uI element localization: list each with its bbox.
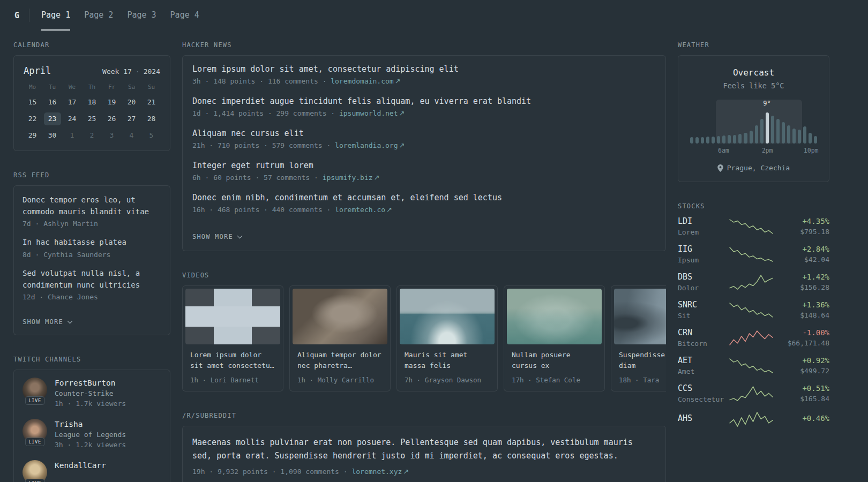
weather-bar xyxy=(814,136,817,144)
weather-location: Prague, Czechia xyxy=(727,164,790,172)
subreddit-post-title[interactable]: Maecenas mollis pulvinar erat non posuer… xyxy=(192,436,656,463)
hn-item-domain-link[interactable]: loremdomain.com xyxy=(331,77,393,85)
widget-title-rss: RSS FEED xyxy=(13,171,170,179)
stock-name: Dolor xyxy=(678,284,727,292)
channel-info: ForrestBurton Counter-Strike 1h · 1.7k v… xyxy=(55,378,126,408)
weather-peak-temp: 9° xyxy=(763,100,770,107)
stock-name: Ipsum xyxy=(678,256,727,264)
rss-item-meta: 8d · Cynthia Saunders xyxy=(23,251,161,259)
stock-price: $499.72 xyxy=(775,367,829,375)
tab-page-3[interactable]: Page 3 xyxy=(127,0,156,31)
stock-row[interactable]: DBSDolor +1.42%$156.28 xyxy=(678,272,829,292)
weather-widget: WEATHER Overcast Feels like 5°C 9° 6am2p… xyxy=(678,41,829,182)
hn-item-domain-link[interactable]: ipsumworld.net xyxy=(339,109,398,117)
hn-item-domain-link[interactable]: loremlandia.org xyxy=(335,141,398,149)
subreddit-domain-link[interactable]: loremnet.xyz xyxy=(351,468,402,476)
weather-bar xyxy=(755,125,758,144)
hacker-news-widget: HACKER NEWS Lorem ipsum dolor sit amet, … xyxy=(182,41,666,251)
video-card[interactable]: Nullam posuere cursus ex 17h · Stefan Co… xyxy=(504,285,605,391)
calendar-month: April xyxy=(24,65,51,76)
video-card[interactable]: Suspendisse commodo diam 18h · Tara xyxy=(611,285,666,391)
video-title: Suspendisse commodo diam xyxy=(611,347,666,371)
stock-change: -1.00% xyxy=(775,328,829,337)
calendar-year: 2024 xyxy=(144,67,160,76)
stock-row[interactable]: AHS +0.46% xyxy=(678,411,829,427)
stock-row[interactable]: LDILorem +4.35%$795.18 xyxy=(678,216,829,236)
hn-item-title[interactable]: Donec imperdiet augue tincidunt felis al… xyxy=(192,96,656,106)
live-badge: LIVE xyxy=(25,396,44,405)
hn-item-stats: 1d · 1,414 points · 299 comments · xyxy=(192,109,339,117)
video-thumbnail xyxy=(507,289,602,344)
tab-page-1[interactable]: Page 1 xyxy=(41,0,70,31)
tab-page-4[interactable]: Page 4 xyxy=(170,0,199,31)
calendar-day-header: Th xyxy=(82,84,102,91)
middle-column: HACKER NEWS Lorem ipsum dolor sit amet, … xyxy=(182,41,666,482)
rss-item-title[interactable]: Sed volutpat nulla nisl, a condimentum n… xyxy=(23,268,161,291)
stock-row[interactable]: SNRCSit +1.36%$148.64 xyxy=(678,300,829,320)
video-meta: 1h · Lori Barnett xyxy=(183,371,283,391)
videos-carousel: Lorem ipsum dolor sit amet consectetu… 1… xyxy=(182,285,666,391)
external-link-icon: ↗ xyxy=(374,174,380,182)
twitch-channel[interactable]: LIVE KendallCarr xyxy=(23,460,161,482)
calendar-day: 19 xyxy=(103,96,121,109)
twitch-channel[interactable]: LIVE ForrestBurton Counter-Strike 1h · 1… xyxy=(23,378,161,408)
video-thumbnail xyxy=(185,289,280,344)
widget-title-weather: WEATHER xyxy=(678,41,829,49)
video-card[interactable]: Mauris sit amet massa felis 7h · Grayson… xyxy=(396,285,498,391)
calendar-day: 28 xyxy=(143,112,160,125)
calendar-day: 15 xyxy=(24,96,41,109)
dashboard: CALENDAR April Week 17 · 2024 MoTuWeThFr… xyxy=(0,31,868,482)
weather-condition: Overcast xyxy=(688,67,819,78)
hn-item-domain: loremdomain.com xyxy=(331,77,393,85)
calendar-day: 5 xyxy=(143,129,160,142)
subreddit-post-meta: 19h · 9,932 points · 1,090 comments · lo… xyxy=(192,468,656,476)
stock-sparkline xyxy=(727,330,775,346)
rss-item-title[interactable]: In hac habitasse platea xyxy=(23,237,161,248)
stock-symbol: AET xyxy=(678,356,727,365)
app-logo[interactable]: G xyxy=(13,0,20,31)
hn-item-meta: 16h · 468 points · 440 comments · loremt… xyxy=(192,206,656,214)
stock-change: +1.36% xyxy=(775,300,829,309)
twitch-widget: TWITCH CHANNELS LIVE ForrestBurton Count… xyxy=(13,356,170,482)
twitch-card: LIVE ForrestBurton Counter-Strike 1h · 1… xyxy=(13,370,170,482)
hn-item-title[interactable]: Aliquam nec cursus elit xyxy=(192,129,656,138)
stock-row[interactable]: AETAmet +0.92%$499.72 xyxy=(678,356,829,375)
hn-item-title[interactable]: Integer eget rutrum lorem xyxy=(192,161,656,170)
stock-change: +4.35% xyxy=(775,217,829,225)
avatar: LIVE xyxy=(23,419,47,443)
rss-item: Donec tempor eros leo, ut commodo mauris… xyxy=(23,194,161,228)
hn-item-domain-link[interactable]: loremtech.co xyxy=(335,206,385,214)
video-card[interactable]: Lorem ipsum dolor sit amet consectetu… 1… xyxy=(182,285,283,391)
weather-bar xyxy=(738,134,742,144)
calendar-day-header: Sa xyxy=(122,84,141,91)
stock-name: Sit xyxy=(678,312,727,320)
hn-item-title[interactable]: Lorem ipsum dolor sit amet, consectetur … xyxy=(192,64,656,74)
hn-item-domain-link[interactable]: ipsumify.biz xyxy=(323,174,373,182)
external-link-icon: ↗ xyxy=(403,468,409,476)
widget-title-stocks: STOCKS xyxy=(678,202,829,210)
right-column: WEATHER Overcast Feels like 5°C 9° 6am2p… xyxy=(678,41,829,448)
weather-bar xyxy=(798,130,801,144)
hn-item-meta: 3h · 148 points · 116 comments · loremdo… xyxy=(192,77,656,85)
show-more-button[interactable]: SHOW MORE xyxy=(23,318,72,326)
weather-times: 6am2pm10pm xyxy=(688,147,819,155)
stock-row[interactable]: IIGIpsum +2.84%$42.04 xyxy=(678,244,829,264)
widget-title-twitch: TWITCH CHANNELS xyxy=(13,356,170,363)
rss-item-title[interactable]: Donec tempor eros leo, ut commodo mauris… xyxy=(23,194,161,217)
left-column: CALENDAR April Week 17 · 2024 MoTuWeThFr… xyxy=(13,41,170,482)
twitch-channel[interactable]: LIVE Trisha League of Legends 3h · 1.2k … xyxy=(23,419,161,449)
show-more-button[interactable]: SHOW MORE xyxy=(192,233,242,240)
stock-row[interactable]: CCSConsectetur +0.51%$165.84 xyxy=(678,383,829,403)
video-card[interactable]: Aliquam tempor dolor nec pharetra… 1h · … xyxy=(289,285,391,391)
weather-bar xyxy=(766,112,769,144)
weather-bar xyxy=(803,126,806,144)
live-badge: LIVE xyxy=(25,479,44,482)
tab-page-2[interactable]: Page 2 xyxy=(84,0,113,31)
weather-bar xyxy=(760,119,764,144)
video-meta: 17h · Stefan Cole xyxy=(504,371,604,391)
weather-bar xyxy=(744,133,747,144)
weather-feels-like: Feels like 5°C xyxy=(688,81,819,90)
stock-row[interactable]: CRNBitcorn -1.00%$66,171.48 xyxy=(678,328,829,348)
external-link-icon: ↗ xyxy=(395,77,401,85)
hn-item-title[interactable]: Donec enim nibh, condimentum et accumsan… xyxy=(192,193,656,202)
